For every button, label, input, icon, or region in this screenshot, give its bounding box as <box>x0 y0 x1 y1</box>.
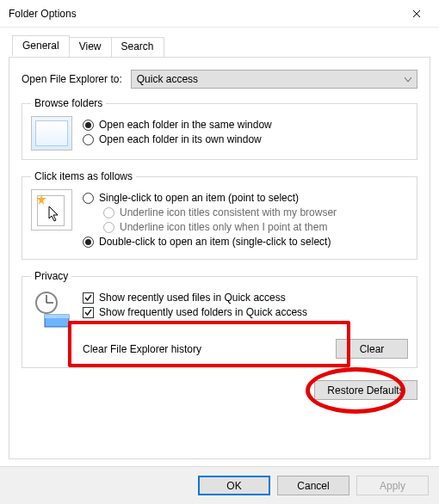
radio-single-click[interactable]: Single-click to open an item (point to s… <box>83 192 408 204</box>
radio-double-click[interactable]: Double-click to open an item (single-cli… <box>83 236 408 248</box>
tab-search-label: Search <box>121 40 154 52</box>
radio-underline-point-label: Underline icon titles only when I point … <box>120 221 327 233</box>
radio-single-click-label: Single-click to open an item (point to s… <box>99 192 299 204</box>
checkbox-icon <box>83 307 94 318</box>
close-icon <box>412 9 421 18</box>
clear-button[interactable]: Clear <box>336 339 408 359</box>
cancel-button[interactable]: Cancel <box>277 476 349 495</box>
radio-icon <box>83 193 94 204</box>
restore-row: Restore Defaults <box>22 380 417 400</box>
browse-folders-illustration <box>31 116 72 151</box>
radio-same-window-label: Open each folder in the same window <box>99 119 272 131</box>
clear-history-label: Clear File Explorer history <box>31 343 327 355</box>
radio-icon <box>83 237 94 248</box>
open-to-label: Open File Explorer to: <box>22 73 122 85</box>
tab-view-label: View <box>79 40 102 52</box>
privacy-group: Privacy Show re <box>22 270 417 368</box>
tab-search[interactable]: Search <box>111 37 164 58</box>
radio-icon <box>103 222 114 233</box>
apply-button-label: Apply <box>380 480 405 492</box>
radio-underline-browser: Underline icon titles consistent with my… <box>103 206 408 218</box>
cursor-icon <box>47 206 61 223</box>
checkbox-recent-files[interactable]: Show recently used files in Quick access <box>83 292 408 304</box>
radio-icon <box>103 207 114 218</box>
tab-general[interactable]: General <box>12 35 70 56</box>
checkbox-frequent-folders[interactable]: Show frequently used folders in Quick ac… <box>83 306 408 318</box>
clear-history-row: Clear File Explorer history Clear <box>31 339 408 359</box>
dialog-button-bar: OK Cancel Apply <box>0 466 439 504</box>
tab-view[interactable]: View <box>69 37 112 58</box>
apply-button: Apply <box>356 476 429 495</box>
cancel-button-label: Cancel <box>297 480 329 492</box>
tab-general-label: General <box>22 40 59 52</box>
privacy-illustration <box>31 289 72 330</box>
open-to-value: Quick access <box>137 73 198 85</box>
open-to-select[interactable]: Quick access <box>131 70 417 89</box>
radio-icon <box>83 120 94 131</box>
checkbox-recent-files-label: Show recently used files in Quick access <box>99 292 286 304</box>
ok-button-label: OK <box>226 480 241 492</box>
browse-folders-legend: Browse folders <box>31 97 106 109</box>
radio-own-window[interactable]: Open each folder in its own window <box>83 133 408 145</box>
restore-defaults-button[interactable]: Restore Defaults <box>314 380 417 400</box>
titlebar: Folder Options <box>0 0 439 28</box>
open-to-row: Open File Explorer to: Quick access <box>22 70 417 89</box>
click-items-group: Click items as follows Single-click to o… <box>22 170 417 260</box>
close-button[interactable] <box>398 1 436 27</box>
radio-same-window[interactable]: Open each folder in the same window <box>83 119 408 131</box>
click-items-legend: Click items as follows <box>31 170 136 182</box>
content-area: General View Search Open File Explorer t… <box>0 28 439 464</box>
window-title: Folder Options <box>9 8 398 20</box>
click-items-illustration <box>31 189 72 230</box>
privacy-legend: Privacy <box>31 270 71 282</box>
tab-panel-general: Open File Explorer to: Quick access Brow… <box>9 57 430 459</box>
star-icon <box>35 194 47 206</box>
radio-double-click-label: Double-click to open an item (single-cli… <box>99 236 331 248</box>
svg-rect-4 <box>45 315 69 318</box>
checkbox-frequent-folders-label: Show frequently used folders in Quick ac… <box>99 306 307 318</box>
radio-underline-point: Underline icon titles only when I point … <box>103 221 408 233</box>
clear-button-label: Clear <box>360 343 385 355</box>
ok-button[interactable]: OK <box>198 476 270 495</box>
chevron-down-icon <box>405 73 411 85</box>
restore-defaults-label: Restore Defaults <box>327 384 404 396</box>
browse-folders-group: Browse folders Open each folder in the s… <box>22 97 417 160</box>
checkbox-icon <box>83 292 94 304</box>
radio-icon <box>83 134 94 145</box>
tab-strip: General View Search <box>12 37 430 58</box>
radio-own-window-label: Open each folder in its own window <box>99 133 262 145</box>
radio-underline-browser-label: Underline icon titles consistent with my… <box>120 206 337 218</box>
